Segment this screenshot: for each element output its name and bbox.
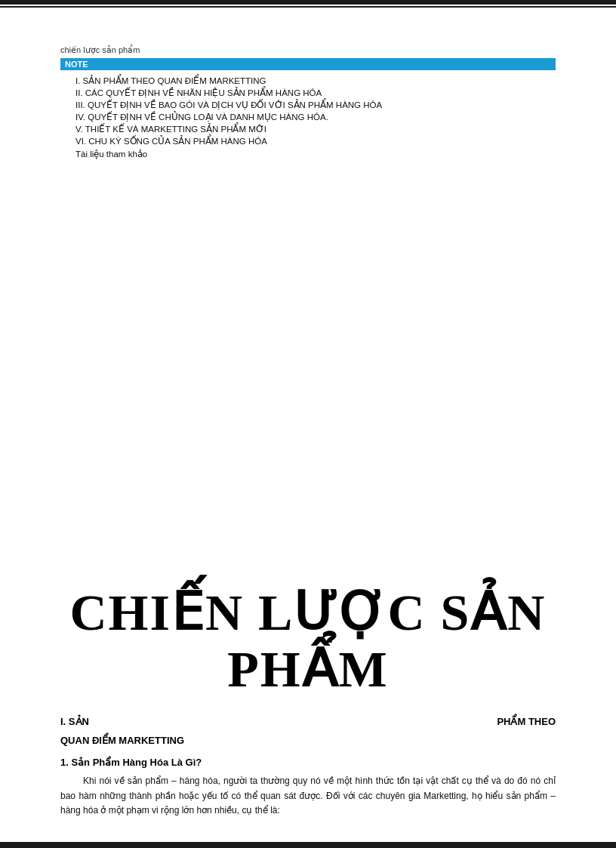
sub-section-1-heading: 1. Sản Phẩm Hàng Hóa Là Gì?	[60, 757, 556, 768]
section-i-heading: I. SẢN PHẨM THEO	[60, 716, 556, 727]
bottom-border-thick	[0, 843, 616, 848]
page: chiến lược sản phẩm NOTE I. SẢN PHẨM THE…	[0, 0, 616, 848]
sub-section-1-body: Khi nói về sản phẩm – hàng hóa, người ta…	[60, 774, 556, 818]
toc-item-5: V. THIẾT KẾ VÀ MARKETTING SẢN PHẨM MỚI	[75, 123, 556, 135]
toc-item-1: I. SẢN PHẨM THEO QUAN ĐIỂM MARKETTING	[75, 75, 556, 87]
main-title-section: CHIẾN LƯỢC SẢN PHẨM	[60, 584, 556, 698]
toc-list: I. SẢN PHẨM THEO QUAN ĐIỂM MARKETTING II…	[60, 75, 556, 147]
main-title: CHIẾN LƯỢC SẢN PHẨM	[60, 584, 556, 698]
section-i-left: I. SẢN	[60, 716, 89, 727]
note-bar: NOTE	[60, 58, 556, 70]
section-i-right: PHẨM THEO	[497, 716, 556, 727]
toc-item-3: III. QUYẾT ĐỊNH VỀ BAO GÓI VÀ DỊCH VỤ ĐỐ…	[75, 99, 556, 111]
toc-item-6: VI. CHU KỲ SỐNG CỦA SẢN PHẨM HÀNG HÓA	[75, 135, 556, 147]
page-content: chiến lược sản phẩm NOTE I. SẢN PHẨM THE…	[0, 8, 616, 840]
top-border-thick	[0, 0, 616, 5]
toc-reference: Tài liệu tham khảo	[75, 149, 556, 159]
toc-title: chiến lược sản phẩm	[60, 45, 556, 55]
toc-item-2: II. CÁC QUYẾT ĐỊNH VỀ NHÃN HIỆU SẢN PHẨM…	[75, 87, 556, 99]
toc-section: chiến lược sản phẩm NOTE I. SẢN PHẨM THE…	[60, 45, 556, 159]
section-i-cont: QUAN ĐIỂM MARKETTING	[60, 735, 556, 746]
toc-item-4: IV. QUYẾT ĐỊNH VỀ CHỦNG LOẠI VÀ DANH MỤC…	[75, 111, 556, 123]
spacer	[60, 174, 556, 584]
